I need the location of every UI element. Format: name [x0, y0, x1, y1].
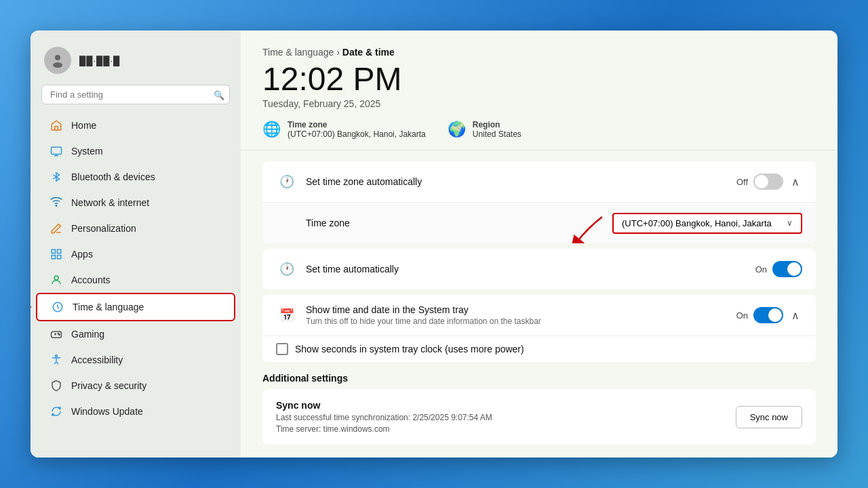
svg-rect-9: [52, 256, 55, 259]
svg-rect-10: [58, 256, 61, 259]
home-icon: [50, 119, 63, 132]
breadcrumb: Time & language › Date & time: [262, 47, 816, 58]
breadcrumb-separator: ›: [336, 47, 340, 58]
svg-rect-8: [58, 249, 61, 253]
settings-window: ██·██·█ 🔍 HomeSystemBluetooth & devicesN…: [31, 30, 837, 458]
settings-content: 🕐 Set time zone automatically Off ∧ Time…: [241, 150, 837, 458]
timezone-auto-icon: 🕐: [276, 171, 298, 192]
show-seconds-row: Show seconds in system tray clock (uses …: [262, 336, 816, 362]
sidebar-arrow-annotation: [31, 297, 34, 317]
sync-title: Sync now: [276, 400, 736, 411]
bluetooth-icon: [50, 170, 63, 184]
username: ██·██·█: [79, 56, 120, 66]
svg-point-6: [56, 205, 57, 207]
svg-rect-2: [55, 127, 58, 130]
show-time-date-label: Show time and date in the System tray: [306, 304, 736, 315]
region-value: United States: [473, 129, 521, 139]
timezone-auto-toggle[interactable]: [753, 174, 783, 190]
time-auto-toggle[interactable]: [772, 261, 802, 277]
svg-rect-3: [52, 147, 62, 155]
sync-now-button[interactable]: Sync now: [736, 406, 802, 428]
sidebar-item-apps[interactable]: Apps: [36, 241, 235, 267]
set-timezone-auto-row: 🕐 Set time zone automatically Off ∧: [262, 161, 816, 203]
user-profile[interactable]: ██·██·█: [31, 41, 241, 85]
show-time-date-chevron[interactable]: ∧: [789, 306, 802, 325]
time-language-icon: [51, 300, 64, 314]
set-time-auto-card: 🕐 Set time automatically On: [262, 249, 816, 289]
set-timezone-auto-label: Set time zone automatically: [306, 176, 736, 187]
svg-point-1: [53, 62, 62, 68]
sidebar: ██·██·█ 🔍 HomeSystemBluetooth & devicesN…: [31, 30, 241, 458]
set-time-auto-row: 🕐 Set time automatically On: [262, 249, 816, 289]
timezone-select-row: Time zone (UTC+07:00) Bangkok, Hanoi, Ja…: [262, 203, 816, 243]
sidebar-item-label: Accessibility: [71, 354, 123, 365]
sidebar-item-privacy-security[interactable]: Privacy & security: [36, 373, 235, 399]
search-box[interactable]: 🔍: [41, 85, 230, 104]
tz-region-row: 🌐 Time zone (UTC+07:00) Bangkok, Hanoi, …: [262, 120, 816, 139]
timezone-auto-control: Off ∧: [736, 173, 802, 191]
additional-settings: Additional settings Sync now Last succes…: [262, 373, 816, 445]
region-icon: 🌍: [448, 121, 466, 138]
region-info: 🌍 Region United States: [448, 120, 521, 139]
sidebar-item-personalization[interactable]: Personalization: [36, 216, 235, 241]
sidebar-item-label: Home: [71, 120, 96, 131]
sidebar-item-bluetooth[interactable]: Bluetooth & devices: [36, 164, 235, 190]
timezone-value: (UTC+07:00) Bangkok, Hanoi, Jakarta: [288, 129, 426, 139]
system-icon: [50, 144, 63, 158]
svg-point-11: [54, 276, 58, 280]
sidebar-item-label: Personalization: [71, 223, 136, 234]
time-auto-state: On: [755, 264, 767, 274]
svg-point-0: [55, 55, 60, 60]
sidebar-item-network[interactable]: Network & internet: [36, 190, 235, 216]
search-input[interactable]: [41, 85, 230, 104]
sidebar-item-label: Time & language: [73, 302, 144, 312]
sidebar-item-label: Privacy & security: [71, 380, 146, 391]
show-time-date-subtitle: Turn this off to hide your time and date…: [306, 317, 736, 326]
region-label: Region: [473, 120, 521, 129]
sidebar-item-system[interactable]: System: [36, 138, 235, 164]
sidebar-item-accessibility[interactable]: Accessibility: [36, 347, 235, 373]
time-auto-icon: 🕐: [276, 258, 298, 280]
set-timezone-auto-card: 🕐 Set time zone automatically Off ∧ Time…: [262, 161, 816, 243]
sidebar-item-label: Apps: [71, 249, 93, 260]
sidebar-item-label: Accounts: [71, 274, 111, 285]
sidebar-item-windows-update[interactable]: Windows Update: [36, 399, 235, 424]
sidebar-item-label: Gaming: [71, 329, 104, 340]
sync-last-sync: Last successful time synchronization: 2/…: [276, 413, 736, 422]
additional-settings-title: Additional settings: [262, 373, 816, 384]
current-time: 12:02 PM: [262, 63, 816, 96]
timezone-select-label: Time zone: [306, 218, 612, 228]
sidebar-item-home[interactable]: Home: [36, 113, 235, 138]
show-time-date-text: Show time and date in the System tray Tu…: [306, 304, 736, 326]
show-time-date-control: On ∧: [736, 306, 802, 325]
network-icon: [50, 196, 63, 209]
sync-info: Sync now Last successful time synchroniz…: [276, 400, 736, 434]
timezone-info: 🌐 Time zone (UTC+07:00) Bangkok, Hanoi, …: [262, 120, 426, 139]
show-seconds-checkbox[interactable]: [276, 343, 288, 355]
set-time-auto-text: Set time automatically: [306, 264, 755, 274]
accounts-icon: [50, 273, 63, 287]
breadcrumb-current: Date & time: [342, 47, 395, 58]
set-timezone-auto-text: Set time zone automatically: [306, 176, 736, 187]
personalization-icon: [50, 222, 63, 235]
timezone-dropdown[interactable]: (UTC+07:00) Bangkok, Hanoi, Jakarta ∨: [612, 213, 802, 234]
timezone-label: Time zone: [288, 120, 426, 129]
sidebar-item-label: System: [71, 146, 103, 157]
sidebar-item-accounts[interactable]: Accounts: [36, 267, 235, 293]
sync-card: Sync now Last successful time synchroniz…: [262, 389, 816, 445]
show-time-date-row: 📅 Show time and date in the System tray …: [262, 295, 816, 336]
page-header: Time & language › Date & time 12:02 PM T…: [241, 30, 837, 150]
show-seconds-label: Show seconds in system tray clock (uses …: [295, 344, 524, 354]
show-time-date-state: On: [736, 310, 748, 321]
sidebar-item-time-language[interactable]: Time & language: [36, 293, 235, 321]
search-icon: 🔍: [214, 89, 224, 100]
breadcrumb-parent: Time & language: [262, 47, 334, 58]
sidebar-item-label: Bluetooth & devices: [71, 171, 155, 182]
timezone-select-label-wrap: Time zone: [306, 218, 612, 228]
show-time-date-toggle[interactable]: [753, 307, 783, 323]
sidebar-item-gaming[interactable]: Gaming: [36, 321, 235, 347]
timezone-auto-chevron[interactable]: ∧: [789, 173, 802, 191]
accessibility-icon: [50, 353, 63, 367]
main-content: Time & language › Date & time 12:02 PM T…: [241, 30, 837, 458]
sidebar-item-label: Windows Update: [71, 406, 143, 417]
